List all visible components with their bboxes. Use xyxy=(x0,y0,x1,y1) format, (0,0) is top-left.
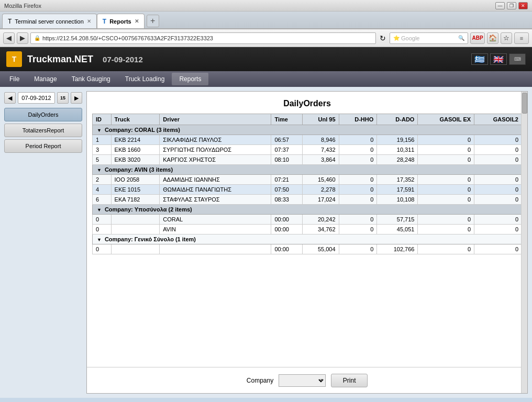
bookmark-button[interactable]: ☆ xyxy=(501,32,512,44)
print-button[interactable]: Print xyxy=(331,374,368,387)
totalizers-report-button[interactable]: TotalizersReport xyxy=(4,124,82,137)
col-dhho: D-HHO xyxy=(339,114,377,125)
table-row: 2ΙΟΟ 2058ΑΔΑΜΙΔΗΣ ΙΩΑΝΝΗΣ07:2115,460017,… xyxy=(93,175,522,185)
sidebar: ◀ 07-09-2012 15 ▶ DailyOrders Totalizers… xyxy=(0,87,86,398)
menu-tank-gauging[interactable]: Tank Gauging xyxy=(64,73,118,85)
keyboard-icon[interactable]: ⌨ xyxy=(509,53,526,65)
company-label: Company xyxy=(247,377,273,384)
group-header-text: Company: Γενικό Σύνολο (1 item) xyxy=(105,236,196,242)
table-row: 6ΕΚΑ 7182ΣΤΑΦΥΛΑΣ ΣΤΑΥΡΟΣ08:3317,024010,… xyxy=(93,195,522,205)
adblock-button[interactable]: ABP xyxy=(470,32,485,44)
col-truck: Truck xyxy=(111,114,160,125)
menu-manage[interactable]: Manage xyxy=(27,73,64,85)
col-time: Time xyxy=(271,114,303,125)
tab-reports[interactable]: T Reports ✕ xyxy=(97,14,145,28)
address-text: https://212.54.208.50/+CSCO+00756767633A… xyxy=(42,35,213,41)
refresh-icon[interactable]: ↻ xyxy=(378,34,387,42)
report-area: DailyOrders ID Truck Driver Time Unl 95 … xyxy=(86,91,528,394)
col-driver: Driver xyxy=(160,114,271,125)
group-header-text: Company: AVIN (3 items) xyxy=(105,166,173,173)
group-header-text: Company: CORAL (3 items) xyxy=(105,127,180,133)
group-header-row: ▼Company: Γενικό Σύνολο (1 item) xyxy=(93,234,522,244)
table-row: 5ΕΚΒ 3020ΚΑΡΓΙΟΣ ΧΡΗΣΤΟΣ08:103,864028,24… xyxy=(93,155,522,165)
search-placeholder: Google xyxy=(401,35,419,41)
group-header-row: ▼Company: Υποσύνολα (2 items) xyxy=(93,205,522,215)
lock-icon: 🔒 xyxy=(34,35,40,41)
table-row: 0CORAL00:0020,242057,71500 xyxy=(93,215,522,225)
new-tab-button[interactable]: + xyxy=(147,15,159,27)
col-dado: D-ADO xyxy=(377,114,418,125)
menu-truck-loading[interactable]: Truck Loading xyxy=(118,73,172,85)
app-date: 07-09-2012 xyxy=(103,55,143,64)
tab-bar: T Terminal server connection ✕ T Reports… xyxy=(0,12,532,29)
date-prev-button[interactable]: ◀ xyxy=(4,92,16,104)
date-display: 07-09-2012 xyxy=(18,92,55,104)
greek-flag[interactable]: 🇬🇷 xyxy=(471,53,488,65)
address-bar[interactable]: 🔒 https://212.54.208.50/+CSCO+0075676763… xyxy=(30,32,376,44)
tab-terminal-label: Terminal server connection xyxy=(15,18,83,25)
table-row: 0AVIN00:0034,762045,05100 xyxy=(93,225,522,234)
group-header-row: ▼Company: CORAL (3 items) xyxy=(93,125,522,135)
orders-table: ID Truck Driver Time Unl 95 D-HHO D-ADO … xyxy=(92,114,522,254)
report-title: DailyOrders xyxy=(87,92,527,114)
firefox-titlebar: Mozilla Firefox — ❐ ✕ xyxy=(0,0,532,12)
col-unl95: Unl 95 xyxy=(303,114,339,125)
tab-terminal-close[interactable]: ✕ xyxy=(87,18,91,24)
scrollbar-thumb[interactable] xyxy=(522,93,527,114)
forward-button[interactable]: ▶ xyxy=(17,32,28,44)
footer-bar: Company Print xyxy=(87,367,527,393)
close-button[interactable]: ✕ xyxy=(518,2,528,9)
col-id: ID xyxy=(93,114,112,125)
date-next-button[interactable]: ▶ xyxy=(71,92,82,104)
tab-reports-close[interactable]: ✕ xyxy=(135,18,139,24)
main-content: ◀ 07-09-2012 15 ▶ DailyOrders Totalizers… xyxy=(0,87,532,398)
menu-reports[interactable]: Reports xyxy=(172,73,208,85)
app-logo: T Truckman.NET 07-09-2012 xyxy=(6,51,143,67)
minimize-button[interactable]: — xyxy=(495,2,505,9)
tab-reports-label: Reports xyxy=(109,18,131,25)
company-select[interactable] xyxy=(279,374,326,387)
scrollbar-track[interactable] xyxy=(521,92,527,393)
group-collapse-icon[interactable]: ▼ xyxy=(97,237,102,242)
calendar-button[interactable]: 15 xyxy=(57,92,69,104)
logo-icon: T xyxy=(6,51,22,67)
addon-button[interactable]: ≡ xyxy=(514,32,529,44)
home-button[interactable]: 🏠 xyxy=(487,32,498,44)
tab-terminal-server[interactable]: T Terminal server connection ✕ xyxy=(2,14,97,28)
group-collapse-icon[interactable]: ▼ xyxy=(97,207,102,213)
col-gasoil2: GASOIL2 xyxy=(474,114,522,125)
app-title: Truckman.NET xyxy=(27,54,93,65)
col-gasoilex: GASOIL EX xyxy=(418,114,474,125)
group-header-row: ▼Company: AVIN (3 items) xyxy=(93,165,522,175)
daily-orders-button[interactable]: DailyOrders xyxy=(4,108,82,121)
search-icon: 🔍 xyxy=(458,35,464,41)
search-bar[interactable]: ⭐ Google 🔍 xyxy=(390,32,468,44)
period-report-button[interactable]: Period Report xyxy=(4,139,82,153)
table-row: 000:0055,0040102,76600 xyxy=(93,244,522,254)
table-row: 4ΕΚΕ 1015ΘΩΜΑΙΔΗΣ ΠΑΝΑΓΙΩΤΗΣ07:502,27801… xyxy=(93,185,522,195)
group-header-text: Company: Υποσύνολα (2 items) xyxy=(105,206,192,213)
table-header-row: ID Truck Driver Time Unl 95 D-HHO D-ADO … xyxy=(93,114,522,125)
group-collapse-icon[interactable]: ▼ xyxy=(97,168,102,173)
table-row: 1ΕΚΒ 2214ΣΙΚΛΑΦΙΔΗΣ ΠΑΥΛΟΣ06:578,946019,… xyxy=(93,135,522,145)
uk-flag[interactable]: 🇬🇧 xyxy=(490,53,507,65)
app-header: T Truckman.NET 07-09-2012 🇬🇷 🇬🇧 ⌨ xyxy=(0,47,532,71)
menu-file[interactable]: File xyxy=(2,73,27,85)
firefox-title: Mozilla Firefox xyxy=(4,3,41,9)
search-engine-icon: ⭐ xyxy=(393,35,400,41)
nav-bar: ◀ ▶ 🔒 https://212.54.208.50/+CSCO+007567… xyxy=(0,29,532,47)
header-flags: 🇬🇷 🇬🇧 ⌨ xyxy=(471,53,526,65)
window-controls: — ❐ ✕ xyxy=(495,2,528,9)
group-collapse-icon[interactable]: ▼ xyxy=(97,128,102,133)
menu-bar: File Manage Tank Gauging Truck Loading R… xyxy=(0,71,532,87)
restore-button[interactable]: ❐ xyxy=(507,2,516,9)
company-select-wrapper xyxy=(279,374,326,387)
table-row: 3ΕΚΒ 1660ΣΥΡΓΙΩΤΗΣ ΠΟΛΥΔΩΡΟΣ07:377,43201… xyxy=(93,145,522,155)
date-navigator: ◀ 07-09-2012 15 ▶ xyxy=(4,92,82,104)
back-button[interactable]: ◀ xyxy=(3,32,15,44)
